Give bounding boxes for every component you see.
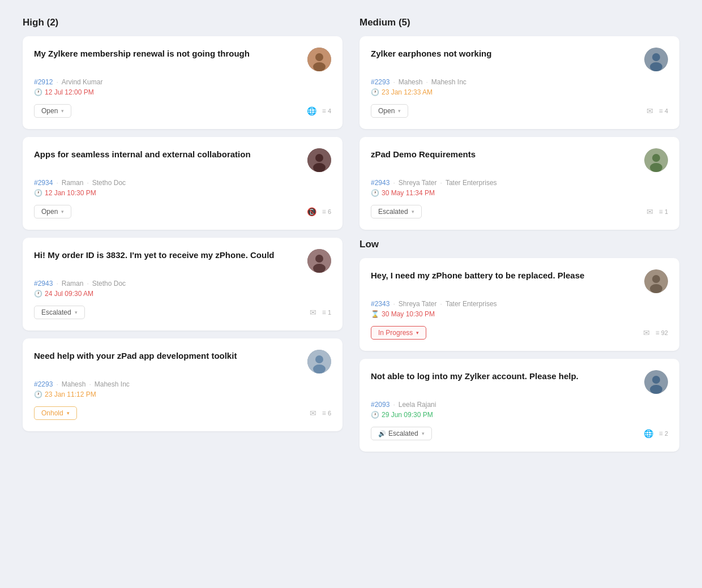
card-h4-status[interactable]: Onhold ▾ xyxy=(34,406,77,420)
list-icon-m2: ≡ 1 xyxy=(659,208,668,216)
card-h4-meta: #2293 · Mahesh · Mahesh Inc xyxy=(34,380,331,388)
svg-point-11 xyxy=(313,364,326,374)
card-l2-time: 🕐 29 Jun 09:30 PM xyxy=(371,411,668,419)
list-icon-h3: ≡ 1 xyxy=(322,308,331,316)
card-m1-avatar xyxy=(644,48,668,71)
card-h4-avatar xyxy=(307,350,331,374)
globe-icon-l2: 🌐 xyxy=(644,429,653,438)
card-m2-status[interactable]: Escalated ▾ xyxy=(371,205,422,218)
card-h2-time: 🕐 12 Jan 10:30 PM xyxy=(34,189,331,197)
high-header: High (2) xyxy=(23,17,343,28)
right-column: Medium (5) Zylker earphones not working … xyxy=(359,17,679,460)
chevron-icon: ▾ xyxy=(61,209,64,214)
card-h3-status[interactable]: Escalated ▾ xyxy=(34,306,85,319)
clock-icon-l2: 🕐 xyxy=(371,411,379,419)
list-sym: ≡ xyxy=(659,107,663,115)
list-sym: ≡ xyxy=(659,208,663,216)
chevron-icon: ▾ xyxy=(422,431,425,436)
card-h2-ticket: #2934 xyxy=(34,179,53,187)
list-sym: ≡ xyxy=(322,107,326,115)
card-l1-status[interactable]: In Progress ▾ xyxy=(371,326,426,340)
list-sym: ≡ xyxy=(322,409,326,417)
card-l2-status[interactable]: 🔊 Escalated ▾ xyxy=(371,427,432,440)
svg-point-13 xyxy=(652,53,660,61)
card-h4-assignee: Mahesh xyxy=(62,380,86,388)
list-icon-h2: ≡ 6 xyxy=(322,208,331,216)
card-l1-title: Hey, I need my zPhone battery to be repl… xyxy=(371,269,637,281)
card-l1-avatar xyxy=(644,269,668,293)
chevron-icon: ▾ xyxy=(416,330,419,336)
card-m1-title: Zylker earphones not working xyxy=(371,48,637,59)
svg-point-19 xyxy=(652,275,660,283)
card-l2-avatar xyxy=(644,370,668,394)
card-m1-time: 🕐 23 Jan 12:33 AM xyxy=(371,88,668,96)
list-icon-l2: ≡ 2 xyxy=(659,430,668,437)
clock-icon-h3: 🕐 xyxy=(34,290,42,298)
card-h1-time: 🕐 12 Jul 12:00 PM xyxy=(34,88,331,96)
card-h4-title: Need help with your zPad app development… xyxy=(34,350,301,362)
card-h1-ticket: #2912 xyxy=(34,78,53,86)
card-m1-assignee: Mahesh xyxy=(399,78,423,86)
card-m1-status[interactable]: Open ▾ xyxy=(371,104,408,118)
card-h4-time: 🕐 23 Jan 11:12 PM xyxy=(34,390,331,398)
card-l2: Not able to log into my Zylker account. … xyxy=(359,359,679,452)
svg-point-16 xyxy=(652,154,660,162)
card-h1-avatar xyxy=(307,48,331,71)
escalated-icon-l2: 🔊 xyxy=(378,430,386,437)
list-sym: ≡ xyxy=(322,308,326,316)
card-h2-status[interactable]: Open ▾ xyxy=(34,205,71,218)
high-column: High (2) My Zylkere membership renewal i… xyxy=(23,17,343,460)
mail-icon-l1: ✉ xyxy=(643,328,650,337)
card-h3-time: 🕐 24 Jul 09:30 AM xyxy=(34,290,331,298)
card-h2-assignee: Raman xyxy=(62,179,84,187)
chevron-icon: ▾ xyxy=(398,108,401,114)
card-l1-meta: #2343 · Shreya Tater · Tater Enterprises xyxy=(371,300,668,308)
card-h3-ticket: #2943 xyxy=(34,280,53,287)
svg-point-7 xyxy=(315,255,323,263)
mail-icon-m1: ✉ xyxy=(647,106,653,115)
low-header: Low xyxy=(359,239,679,250)
card-m1-ticket: #2293 xyxy=(371,78,389,86)
card-m2: zPad Demo Requirements #2943 · Shreya Ta… xyxy=(359,137,679,230)
svg-point-10 xyxy=(315,355,323,363)
svg-point-14 xyxy=(650,62,662,71)
list-sym: ≡ xyxy=(659,430,663,437)
clock-icon-m1: 🕐 xyxy=(371,88,379,96)
hourglass-icon: ⌛ xyxy=(371,310,379,318)
mail-icon-h3: ✉ xyxy=(310,308,316,317)
card-l2-ticket: #2093 xyxy=(371,401,389,409)
card-h1-meta: #2912 · Arvind Kumar xyxy=(34,78,331,86)
card-h2-avatar xyxy=(307,148,331,172)
card-m2-time: 🕐 30 May 11:34 PM xyxy=(371,189,668,197)
svg-point-8 xyxy=(313,264,326,273)
card-h2-meta: #2934 · Raman · Stetho Doc xyxy=(34,179,331,187)
svg-point-20 xyxy=(650,284,662,293)
svg-point-17 xyxy=(650,163,662,172)
mail-icon-m2: ✉ xyxy=(647,207,653,216)
card-l2-assignee: Leela Rajani xyxy=(399,401,436,409)
svg-point-2 xyxy=(313,62,326,71)
card-h3: Hi! My order ID is 3832. I'm yet to rece… xyxy=(23,238,343,331)
list-sym: ≡ xyxy=(656,329,660,337)
card-m1-meta: #2293 · Mahesh · Mahesh Inc xyxy=(371,78,668,86)
card-h2-company: Stetho Doc xyxy=(92,179,126,187)
mail-icon-h4: ✉ xyxy=(310,409,316,418)
card-h3-avatar xyxy=(307,249,331,273)
svg-point-1 xyxy=(315,53,323,61)
card-h2-title: Apps for seamless internal and external … xyxy=(34,148,301,160)
globe-icon: 🌐 xyxy=(307,106,316,115)
card-h1-status[interactable]: Open ▾ xyxy=(34,104,71,118)
svg-point-22 xyxy=(652,376,660,384)
clock-icon-m2: 🕐 xyxy=(371,189,379,197)
card-h1: My Zylkere membership renewal is not goi… xyxy=(23,36,343,129)
clock-icon-h2: 🕐 xyxy=(34,189,42,197)
card-h1-title: My Zylkere membership renewal is not goi… xyxy=(34,48,301,59)
card-m2-ticket: #2943 xyxy=(371,179,389,187)
svg-point-5 xyxy=(313,163,326,172)
card-m2-title: zPad Demo Requirements xyxy=(371,148,637,160)
list-icon-l1: ≡ 92 xyxy=(656,329,668,337)
list-icon-m1: ≡ 4 xyxy=(659,107,668,115)
card-h3-title: Hi! My order ID is 3832. I'm yet to rece… xyxy=(34,249,301,261)
clock-icon: 🕐 xyxy=(34,88,42,96)
card-l1-assignee: Shreya Tater xyxy=(399,300,437,308)
